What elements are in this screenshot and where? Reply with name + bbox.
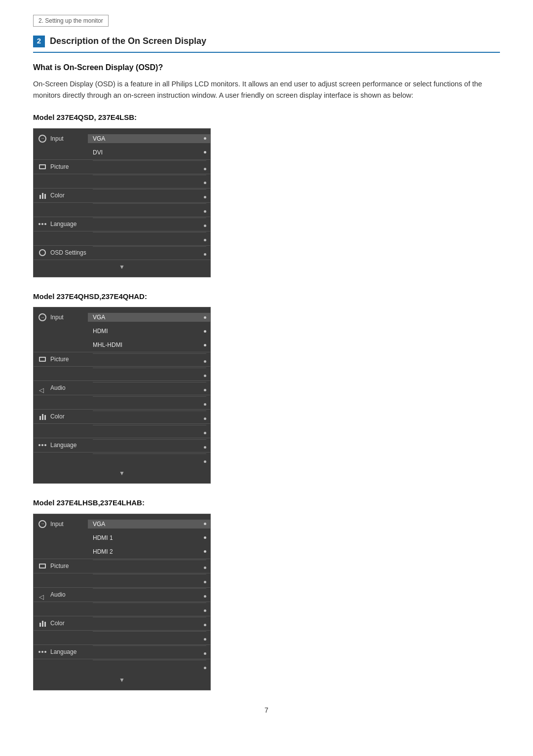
osd-menu-model-1: Input VGA DVI — [33, 128, 211, 277]
osd-picture-row-2: Picture — [34, 352, 210, 366]
osd-row-blank-1 — [34, 174, 210, 188]
osd-row-blank-5 — [34, 395, 210, 409]
down-arrow-2: ▼ — [119, 469, 125, 478]
hdmi1-option: HDMI 1 — [93, 533, 113, 542]
osd-row-blank-10 — [34, 631, 210, 644]
osd-settings-row: OSD Settings — [34, 246, 210, 260]
mhl-dot — [204, 344, 206, 346]
osd-menu-input: Input — [34, 134, 88, 144]
osd-menu-settings: OSD Settings — [34, 248, 88, 258]
audio-icon-3 — [38, 590, 47, 600]
section-heading: 2 Description of the On Screen Display — [33, 35, 500, 53]
osd-blank-10 — [88, 631, 210, 644]
osd-settings-content — [88, 246, 210, 259]
osd-mhl-area: MHL-HDMI — [88, 340, 210, 349]
osd-language-content — [88, 218, 210, 230]
osd-language-content-2 — [88, 439, 210, 452]
osd-menu-color: Color — [34, 190, 88, 200]
vga-dot — [204, 137, 206, 140]
osd-menu-audio: Audio — [34, 383, 88, 393]
picture-label-2: Picture — [50, 355, 69, 364]
osd-row-blank-3 — [34, 231, 210, 245]
input-label-2: Input — [50, 313, 64, 322]
osd-settings-label: OSD Settings — [50, 248, 86, 257]
osd-blank-5 — [88, 396, 210, 409]
osd-language-row: Language — [34, 217, 210, 231]
osd-menu-audio-3: Audio — [34, 590, 88, 600]
sub-heading: What is On-Screen Display (OSD)? — [33, 62, 500, 74]
osd-menu-input-2: Input — [34, 312, 88, 322]
model-3-label: Model 237E4LHSB,237E4LHAB: — [33, 497, 500, 509]
osd-menu-language: Language — [34, 219, 88, 229]
osd-menu-color-2: Color — [34, 412, 88, 421]
osd-input-row-3: Input VGA — [34, 517, 210, 531]
osd-arrow-row-1: ▼ — [34, 260, 210, 274]
vga-option: VGA — [93, 134, 105, 143]
osd-blank-4 — [88, 368, 210, 380]
language-icon-3 — [38, 647, 47, 657]
hdmi-dot — [204, 330, 206, 333]
input-icon — [38, 134, 47, 144]
vga-dot-3 — [204, 523, 206, 525]
osd-hdmi1-area: HDMI 1 — [88, 533, 210, 542]
model-1-label: Model 237E4QSD, 237E4LSB: — [33, 112, 500, 123]
picture-icon — [38, 162, 47, 172]
osd-audio-row: Audio — [34, 381, 210, 395]
osd-color-content-3 — [88, 617, 210, 630]
vga-option-2: VGA — [93, 313, 105, 322]
osd-menu-model-3: Input VGA HDMI 1 — [33, 514, 211, 690]
down-arrow-1: ▼ — [119, 263, 125, 271]
osd-audio-row-3: Audio — [34, 588, 210, 602]
dvi-option: DVI — [93, 148, 103, 157]
osd-blank-9 — [88, 603, 210, 615]
osd-audio-content — [88, 382, 210, 395]
osd-color-row-3: Color — [34, 616, 210, 630]
osd-menu-picture-3: Picture — [34, 561, 88, 571]
input-icon-3 — [38, 519, 47, 529]
hdmi-option: HDMI — [93, 327, 108, 336]
osd-dvi-area: DVI — [88, 148, 210, 157]
osd-row-blank-6 — [34, 424, 210, 438]
osd-blank-11 — [88, 660, 210, 673]
language-label-2: Language — [50, 441, 76, 450]
osd-dvi-row: DVI — [34, 146, 210, 159]
model-2-label: Model 237E4QHSD,237E4QHAD: — [33, 291, 500, 302]
language-label: Language — [50, 220, 76, 228]
color-label-2: Color — [50, 412, 65, 421]
osd-color-content — [88, 189, 210, 202]
body-text: On-Screen Display (OSD) is a feature in … — [33, 78, 500, 101]
osd-blank-2 — [88, 203, 210, 216]
osd-color-row: Color — [34, 189, 210, 202]
dvi-dot — [204, 151, 206, 153]
osd-arrow-row-3: ▼ — [34, 673, 210, 687]
osd-menu-model-2: Input VGA HDMI MH — [33, 307, 211, 484]
input-label: Input — [50, 134, 64, 143]
page-number: 7 — [33, 705, 500, 716]
hdmi2-option: HDMI 2 — [93, 547, 113, 556]
osd-menu-input-3: Input — [34, 519, 88, 529]
osd-vga-area: VGA — [88, 134, 210, 143]
osd-vga-area-2: VGA — [88, 313, 210, 322]
language-icon — [38, 219, 47, 229]
osd-audio-content-3 — [88, 588, 210, 601]
language-icon-2 — [38, 440, 47, 450]
osd-menu-language-2: Language — [34, 440, 88, 450]
osd-menu-color-3: Color — [34, 618, 88, 628]
down-arrow-3: ▼ — [119, 676, 125, 684]
osd-blank-6 — [88, 425, 210, 438]
osd-color-row-2: Color — [34, 410, 210, 423]
osd-language-content-3 — [88, 645, 210, 658]
input-label-3: Input — [50, 520, 64, 529]
audio-icon — [38, 383, 47, 393]
osd-hdmi2-row: HDMI 2 — [34, 545, 210, 559]
osd-blank-3 — [88, 232, 210, 245]
osd-blank-7 — [88, 454, 210, 466]
audio-label: Audio — [50, 383, 66, 392]
osd-mhl-row: MHL-HDMI — [34, 338, 210, 352]
osd-row-blank-11 — [34, 659, 210, 673]
picture-icon-2 — [38, 354, 47, 364]
osd-language-row-3: Language — [34, 645, 210, 659]
osd-picture-row-3: Picture — [34, 559, 210, 573]
picture-label: Picture — [50, 162, 69, 171]
osd-row-blank-9 — [34, 602, 210, 616]
